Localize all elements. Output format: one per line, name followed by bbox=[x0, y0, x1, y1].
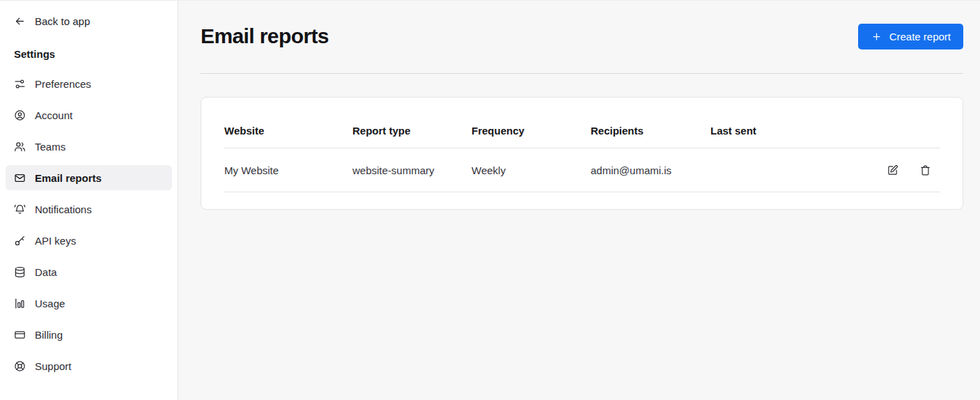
user-circle-icon bbox=[14, 109, 26, 121]
life-buoy-icon bbox=[14, 360, 26, 372]
create-report-button-label: Create report bbox=[889, 31, 951, 43]
settings-page: Back to app Settings Preferences Account bbox=[0, 0, 980, 400]
sidebar-item-label: Email reports bbox=[35, 172, 102, 184]
bell-icon bbox=[14, 203, 26, 215]
column-header-frequency: Frequency bbox=[472, 102, 591, 148]
main-content: Email reports Create report Website Repo… bbox=[178, 1, 980, 400]
column-header-website: Website bbox=[224, 102, 352, 148]
edit-icon bbox=[887, 164, 899, 176]
header-divider bbox=[201, 73, 963, 74]
column-header-actions bbox=[873, 102, 940, 148]
sidebar-item-billing[interactable]: Billing bbox=[6, 322, 172, 347]
sidebar-nav: Preferences Account Teams Email reports bbox=[6, 71, 172, 378]
arrow-left-icon bbox=[14, 15, 26, 27]
key-icon bbox=[14, 235, 26, 247]
sidebar-item-usage[interactable]: Usage bbox=[6, 291, 172, 316]
envelope-icon bbox=[14, 172, 26, 184]
sidebar-item-label: Notifications bbox=[35, 203, 92, 215]
settings-sidebar: Back to app Settings Preferences Account bbox=[0, 1, 178, 400]
sidebar-item-label: Support bbox=[35, 360, 72, 372]
sidebar-item-notifications[interactable]: Notifications bbox=[6, 197, 172, 222]
sidebar-item-label: Account bbox=[35, 109, 72, 121]
sidebar-heading: Settings bbox=[14, 48, 164, 60]
cell-report-type: website-summary bbox=[352, 148, 472, 192]
table-header-row: Website Report type Frequency Recipients… bbox=[224, 102, 940, 148]
sidebar-item-support[interactable]: Support bbox=[6, 353, 172, 378]
sidebar-item-label: Teams bbox=[35, 141, 65, 153]
column-header-last-sent: Last sent bbox=[710, 102, 873, 148]
table-row: My Website website-summary Weekly admin@… bbox=[224, 148, 940, 192]
delete-report-button[interactable] bbox=[915, 160, 935, 180]
sidebar-item-label: Preferences bbox=[35, 78, 91, 90]
sidebar-item-label: Data bbox=[35, 266, 57, 278]
cell-website: My Website bbox=[224, 148, 352, 192]
plus-icon bbox=[871, 31, 882, 43]
column-header-recipients: Recipients bbox=[591, 102, 710, 148]
credit-card-icon bbox=[14, 329, 26, 341]
cell-actions bbox=[873, 148, 940, 192]
page-title: Email reports bbox=[201, 24, 329, 48]
reports-table: Website Report type Frequency Recipients… bbox=[224, 102, 940, 192]
back-to-app-link[interactable]: Back to app bbox=[6, 8, 172, 33]
back-to-app-label: Back to app bbox=[35, 15, 90, 27]
sidebar-item-data[interactable]: Data bbox=[6, 259, 172, 284]
page-header: Email reports Create report bbox=[201, 17, 963, 55]
column-header-report-type: Report type bbox=[352, 102, 472, 148]
bar-chart-icon bbox=[14, 298, 26, 309]
cell-recipients: admin@umami.is bbox=[591, 148, 710, 192]
reports-card: Website Report type Frequency Recipients… bbox=[201, 97, 963, 210]
sliders-icon bbox=[14, 78, 26, 90]
sidebar-item-teams[interactable]: Teams bbox=[6, 134, 172, 159]
sidebar-item-label: Usage bbox=[35, 298, 65, 309]
sidebar-item-label: Billing bbox=[35, 329, 63, 341]
sidebar-item-email-reports[interactable]: Email reports bbox=[6, 165, 172, 190]
create-report-button[interactable]: Create report bbox=[858, 24, 963, 49]
cell-last-sent bbox=[710, 148, 873, 192]
cell-frequency: Weekly bbox=[472, 148, 591, 192]
sidebar-item-api-keys[interactable]: API keys bbox=[6, 228, 172, 253]
delete-icon bbox=[919, 164, 931, 176]
sidebar-item-preferences[interactable]: Preferences bbox=[6, 71, 172, 96]
sidebar-item-label: API keys bbox=[35, 235, 76, 247]
database-icon bbox=[14, 266, 26, 278]
sidebar-item-account[interactable]: Account bbox=[6, 102, 172, 128]
edit-report-button[interactable] bbox=[883, 160, 903, 180]
users-icon bbox=[14, 141, 26, 153]
